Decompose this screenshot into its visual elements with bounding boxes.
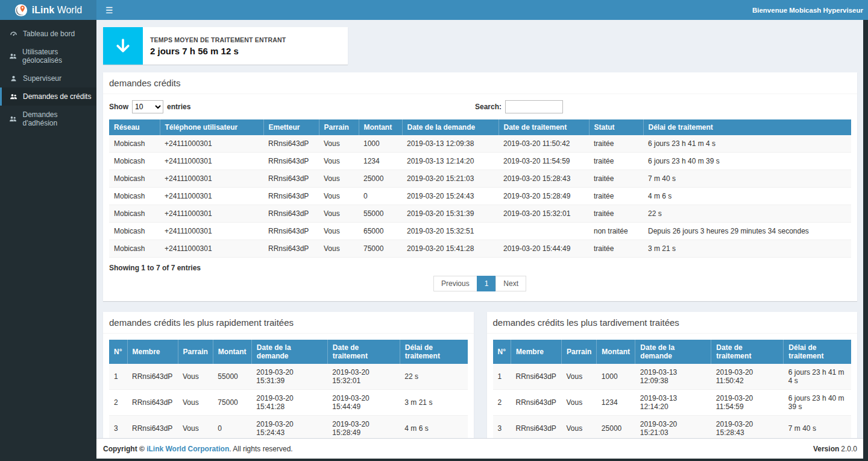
table-info: Showing 1 to 7 of 7 entries [109, 264, 851, 272]
column-header[interactable]: N° [109, 340, 127, 364]
column-header[interactable]: Date de traitement [327, 340, 400, 364]
pagination-page-1-button[interactable]: 1 [477, 276, 497, 291]
sidebar-item-supervisor[interactable]: Superviseur [0, 69, 96, 87]
table-row: 3RRnsi643dPVous250002019-03-20 15:21:032… [493, 416, 852, 439]
table-cell: RRnsi643dP [127, 390, 178, 416]
table-cell: 6 jours 23 h 41 m 4 s [643, 135, 851, 153]
column-header[interactable]: Date de traitement [498, 119, 589, 135]
column-header[interactable]: N° [493, 340, 511, 364]
table-cell: Vous [178, 416, 213, 439]
sidebar-item-label: Utilisateurs géolocalisés [22, 48, 92, 65]
main-content: TEMPS MOYEN DE TRAITEMENT ENTRANT 2 jour… [96, 20, 863, 438]
table-cell: 2019-03-20 15:24:43 [402, 188, 498, 205]
table-cell: 2019-03-20 15:32:01 [327, 364, 400, 390]
table-cell: 3 [109, 416, 127, 439]
column-header[interactable]: Parrain [178, 340, 213, 364]
table-cell: 2019-03-20 15:28:43 [498, 170, 589, 188]
table-cell: 2019-03-20 15:31:39 [402, 205, 498, 223]
table-cell: 1234 [597, 390, 635, 416]
table-cell: Vous [562, 364, 597, 390]
table-cell: 2019-03-20 15:31:39 [251, 364, 327, 390]
column-header[interactable]: Téléphone utilisateur [160, 119, 263, 135]
table-cell: traitée [589, 188, 643, 205]
sidebar-menu: Tableau de bordUtilisateurs géolocalisés… [0, 25, 96, 132]
page-size-select[interactable]: 10 [132, 100, 163, 113]
credits-panel: demandes crédits Show 10 entries [103, 72, 857, 301]
table-cell: RRnsi643dP [263, 153, 319, 170]
table-cell: 22 s [643, 205, 851, 223]
table-cell: 7 m 40 s [643, 170, 851, 188]
column-header[interactable]: Délai de traitement [784, 340, 851, 364]
column-header[interactable]: Date de la demande [635, 340, 711, 364]
table-row: 2RRnsi643dPVous750002019-03-20 15:41:282… [109, 390, 468, 416]
search-input[interactable] [505, 100, 563, 113]
table-cell: 1000 [597, 364, 635, 390]
sidebar-item-geolocated-users[interactable]: Utilisateurs géolocalisés [0, 43, 96, 69]
table-cell: RRnsi643dP [511, 390, 562, 416]
column-header[interactable]: Membre [127, 340, 178, 364]
table-cell: 2019-03-20 15:28:49 [327, 416, 400, 439]
sidebar-toggle-button[interactable]: ☰ [96, 0, 122, 20]
column-header[interactable]: Montant [359, 119, 402, 135]
credits-panel-header: demandes crédits [103, 72, 857, 94]
sidebar-item-membership-requests[interactable]: Demandes d'adhésion [0, 106, 96, 132]
column-header[interactable]: Montant [597, 340, 635, 364]
table-cell: 2019-03-20 11:50:42 [498, 135, 589, 153]
table-cell: 2019-03-20 11:54:59 [711, 390, 784, 416]
table-cell: +24111000301 [160, 188, 263, 205]
bottom-panels-row: demandes crédits les plus rapidement tra… [103, 312, 857, 438]
pagination-previous-button[interactable]: Previous [433, 276, 477, 291]
show-label: Show [109, 103, 128, 111]
pagination-next-button[interactable]: Next [495, 276, 526, 291]
table-cell: 25000 [597, 416, 635, 439]
column-header[interactable]: Délai de traitement [400, 340, 467, 364]
table-row: 1RRnsi643dPVous10002019-03-13 12:09:3820… [493, 364, 852, 390]
top-header: iLink World ☰ Bienvenue Mobicash Hypervi… [0, 0, 868, 20]
column-header[interactable]: Date de la demande [402, 119, 498, 135]
sidebar-item-credit-requests[interactable]: Demandes de crédits [0, 87, 96, 106]
column-header[interactable]: Délai de traitement [643, 119, 851, 135]
table-cell: 0 [213, 416, 251, 439]
column-header[interactable]: Réseau [109, 119, 160, 135]
slowest-table-header-row: N°MembreParrainMontantDate de la demande… [493, 340, 852, 364]
table-cell: +24111000301 [160, 240, 263, 258]
column-header[interactable]: Membre [511, 340, 562, 364]
brand-logo-icon [14, 4, 28, 17]
sidebar-item-label: Demandes de crédits [23, 92, 91, 101]
sidebar-item-label: Superviseur [23, 74, 61, 83]
content-area: TEMPS MOYEN DE TRAITEMENT ENTRANT 2 jour… [96, 20, 863, 459]
company-link[interactable]: iLink World Corporation [146, 445, 229, 453]
table-cell: traitée [589, 240, 643, 258]
table-cell: Mobicash [109, 223, 160, 240]
column-header[interactable]: Statut [589, 119, 643, 135]
column-header[interactable]: Parrain [562, 340, 597, 364]
table-cell: traitée [589, 170, 643, 188]
column-header[interactable]: Date de la demande [251, 340, 327, 364]
table-cell: 65000 [359, 223, 402, 240]
column-header[interactable]: Parrain [319, 119, 359, 135]
table-row: 2RRnsi643dPVous12342019-03-13 12:14:2020… [493, 390, 852, 416]
stat-label: TEMPS MOYEN DE TRAITEMENT ENTRANT [150, 36, 286, 43]
sidebar-item-label: Tableau de bord [23, 30, 75, 38]
brand-logo[interactable]: iLink World [0, 0, 96, 20]
table-cell: 0 [359, 188, 402, 205]
membership-requests-icon [9, 115, 17, 123]
table-cell: RRnsi643dP [263, 240, 319, 258]
table-cell: RRnsi643dP [263, 135, 319, 153]
table-cell: traitée [589, 205, 643, 223]
table-cell: Vous [178, 364, 213, 390]
table-cell: 2019-03-20 15:32:01 [498, 205, 589, 223]
table-cell: traitée [589, 135, 643, 153]
table-cell: 6 jours 23 h 40 m 39 s [643, 153, 851, 170]
column-header[interactable]: Montant [213, 340, 251, 364]
column-header[interactable]: Date de traitement [711, 340, 784, 364]
table-cell: RRnsi643dP [263, 205, 319, 223]
table-cell: 3 m 21 s [400, 390, 467, 416]
fastest-credits-table: N°MembreParrainMontantDate de la demande… [109, 340, 468, 438]
table-cell: 4 m 6 s [400, 416, 467, 439]
supervisor-icon [9, 75, 17, 83]
fastest-panel-header: demandes crédits les plus rapidement tra… [103, 312, 474, 334]
column-header[interactable]: Emetteur [263, 119, 319, 135]
table-cell: traitée [589, 153, 643, 170]
sidebar-item-dashboard[interactable]: Tableau de bord [0, 25, 96, 43]
